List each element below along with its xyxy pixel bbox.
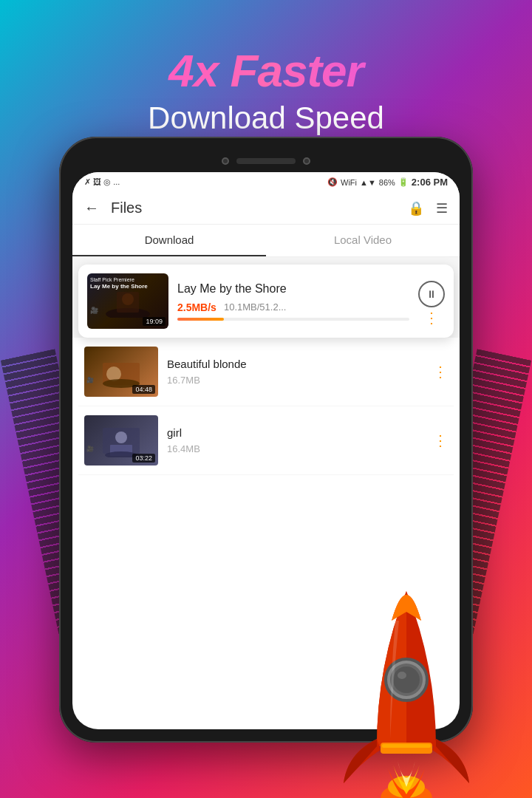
list-info-0: Beautiful blonde 16.7MB	[167, 358, 424, 386]
status-icons-left: ✗ 🖼 ◎ ...	[84, 177, 120, 187]
list-size-0: 16.7MB	[167, 375, 424, 386]
list-more-1[interactable]: ⋮	[433, 436, 448, 445]
active-download-card: Staff Pick Premiere Lay Me by the Shore …	[78, 265, 454, 338]
camera-left	[222, 157, 229, 165]
svg-rect-17	[382, 744, 431, 748]
list-info-1: girl 16.4MB	[167, 426, 424, 454]
tab-bar: Download Local Video	[72, 225, 460, 257]
lock-icon[interactable]: 🔒	[408, 200, 424, 216]
mute-icon: 🔇	[327, 177, 338, 187]
more-options-button[interactable]: ⋮	[424, 313, 439, 322]
thumb-img-1	[99, 355, 143, 389]
app-bar: ← Files 🔒 ☰	[72, 192, 460, 225]
wifi-icon: WiFi	[341, 178, 357, 187]
file-progress: 10.1MB/51.2...	[224, 301, 287, 313]
list-title-1: girl	[167, 426, 424, 439]
duration-badge-2: 03:22	[132, 454, 155, 463]
list-more-0[interactable]: ⋮	[433, 367, 448, 376]
svg-point-2	[122, 293, 134, 305]
rocket-svg	[303, 532, 510, 798]
notification-icons: ✗ 🖼 ◎ ...	[84, 177, 120, 187]
list-size-1: 16.4MB	[167, 443, 424, 454]
speed-row: 2.5MB/s 10.1MB/51.2...	[177, 301, 409, 313]
card-actions: ⏸ ⋮	[418, 281, 445, 322]
list-thumb-1: 03:22 🎥	[84, 415, 158, 466]
list-title-0: Beautiful blonde	[167, 358, 424, 370]
duration-badge-1: 04:48	[132, 385, 155, 394]
svg-point-14	[393, 666, 420, 693]
status-bar: ✗ 🖼 ◎ ... 🔇 WiFi ▲▼ 86% 🔋 2:06 PM	[72, 172, 460, 192]
download-speed: 2.5MB/s	[177, 301, 216, 313]
progress-bar	[177, 318, 409, 321]
pause-button[interactable]: ⏸	[418, 281, 445, 307]
rocket-illustration	[303, 532, 510, 798]
video-list: 04:48 🎥 Beautiful blonde 16.7MB ⋮	[72, 338, 460, 475]
svg-point-4	[106, 366, 121, 381]
app-bar-actions: 🔒 ☰	[408, 200, 448, 216]
svg-point-7	[115, 432, 127, 443]
speaker	[236, 158, 296, 164]
subtitle-text: Download Speed	[0, 100, 532, 136]
app-bar-title: Files	[111, 200, 408, 216]
list-item: 04:48 🎥 Beautiful blonde 16.7MB ⋮	[78, 338, 454, 406]
notch-area	[72, 150, 460, 172]
camera-right	[303, 157, 310, 165]
status-time: 2:06 PM	[412, 177, 448, 188]
back-button[interactable]: ←	[84, 200, 99, 216]
active-thumb: Staff Pick Premiere Lay Me by the Shore …	[87, 273, 168, 329]
progress-fill	[177, 318, 224, 321]
svg-point-15	[398, 672, 406, 679]
active-download-info: Lay Me by the Shore 2.5MB/s 10.1MB/51.2.…	[177, 282, 409, 321]
battery-percent: 86%	[379, 178, 395, 187]
duration-badge: 19:09	[143, 317, 166, 326]
signal-icon: ▲▼	[360, 178, 376, 187]
list-item: 03:22 🎥 girl 16.4MB ⋮	[78, 406, 454, 475]
faster-title: 4x Faster	[0, 44, 532, 97]
list-view-icon[interactable]: ☰	[436, 200, 448, 216]
battery-icon: 🔋	[398, 177, 409, 187]
thumb-img-2	[99, 424, 143, 457]
active-download-title: Lay Me by the Shore	[177, 282, 409, 296]
list-thumb-0: 04:48 🎥	[84, 347, 158, 397]
tab-local-video[interactable]: Local Video	[266, 225, 460, 256]
tab-download[interactable]: Download	[72, 225, 266, 256]
header-section: 4x Faster Download Speed	[0, 0, 532, 136]
status-icons-right: 🔇 WiFi ▲▼ 86% 🔋 2:06 PM	[327, 177, 448, 188]
